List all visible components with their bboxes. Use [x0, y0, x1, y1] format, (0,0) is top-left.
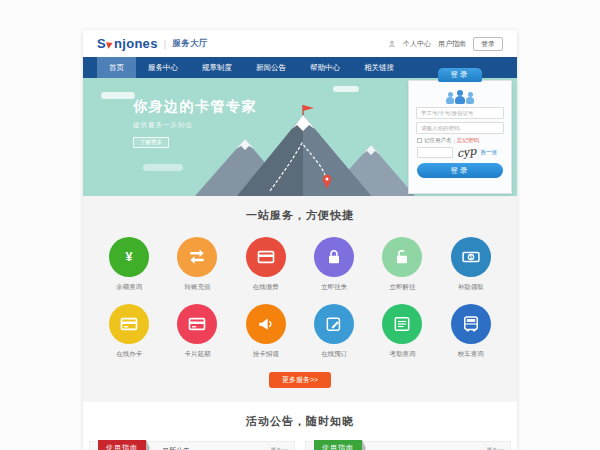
personal-center-link[interactable]: 个人中心 — [403, 39, 431, 49]
service-lost-found[interactable]: 拾卡招领 — [232, 304, 300, 359]
services-title: 一站服务，方便快捷 — [95, 208, 505, 223]
usage-guide-ribbon[interactable]: 使用指南 — [98, 440, 146, 450]
banknote-icon: $ — [451, 237, 491, 277]
nav-item-help-center[interactable]: 帮助中心 — [298, 57, 352, 78]
service-pay-online[interactable]: 在线缴费 — [232, 237, 300, 292]
announcement-panel-right: 使用指南 更多>> — [305, 441, 511, 450]
service-label: 转账充值 — [184, 283, 210, 292]
users-group-icon — [409, 88, 511, 104]
options-separator: | — [454, 138, 455, 144]
captcha-input[interactable] — [417, 147, 453, 158]
bus-icon — [451, 304, 491, 344]
account-input[interactable] — [416, 107, 504, 119]
cloud-decoration — [101, 92, 135, 99]
service-transfer[interactable]: 转账充值 — [163, 237, 231, 292]
announcement-panel-left: 使用指南 最新公告 更多>> — [89, 441, 295, 450]
services-section: 一站服务，方便快捷 ¥ 余额查询 转账充值 在线缴费 — [83, 196, 517, 402]
megaphone-icon — [246, 304, 286, 344]
service-card-extension[interactable]: 卡片延期 — [163, 304, 231, 359]
header-actions: 个人中心 用户指南 登录 — [388, 37, 503, 51]
logo-divider: | — [164, 39, 167, 49]
hero-subtitle: 提供服务一步到位 — [133, 121, 257, 130]
service-label: 卡片延期 — [184, 350, 210, 359]
svg-text:¥: ¥ — [126, 250, 133, 264]
service-attendance[interactable]: 考勤查询 — [368, 304, 436, 359]
usage-guide-ribbon[interactable]: 使用指南 — [314, 440, 362, 450]
top-header: S njones | 服务大厅 个人中心 用户指南 登录 — [83, 30, 517, 57]
service-balance[interactable]: ¥ 余额查询 — [95, 237, 163, 292]
panel-strip: 使用指南 最新公告 更多>> — [89, 441, 295, 450]
more-link[interactable]: 更多>> — [271, 442, 288, 450]
page-container: S njones | 服务大厅 个人中心 用户指南 登录 首页 服务中心 规章制… — [83, 30, 517, 450]
cloud-decoration — [333, 86, 359, 92]
lock-icon — [314, 237, 354, 277]
hero-text-block: 你身边的卡管专家 提供服务一步到位 了解更多 — [133, 98, 257, 148]
logo[interactable]: S njones | 服务大厅 — [97, 36, 208, 51]
site-subtitle: 服务大厅 — [172, 38, 207, 50]
nav-item-rules[interactable]: 规章制度 — [190, 57, 244, 78]
nav-item-service-center[interactable]: 服务中心 — [136, 57, 190, 78]
login-tab[interactable]: 登录 — [438, 68, 482, 82]
forgot-password-link[interactable]: 忘记密码 — [457, 137, 479, 144]
service-unfreeze[interactable]: 立即解挂 — [368, 237, 436, 292]
credit-card-icon — [109, 304, 149, 344]
credit-card-icon — [246, 237, 286, 277]
service-label: 拾卡招领 — [253, 350, 279, 359]
service-label: 立即挂失 — [321, 283, 347, 292]
captcha-row: cyp 换一张 — [417, 147, 503, 158]
service-subsidy[interactable]: $ 补助领取 — [437, 237, 505, 292]
transfer-arrows-icon — [177, 237, 217, 277]
service-label: 立即解挂 — [389, 283, 415, 292]
more-services-button[interactable]: 更多服务>> — [269, 372, 331, 388]
user-icon — [388, 40, 396, 48]
captcha-image: cyp — [456, 146, 477, 159]
service-label: 余额查询 — [116, 283, 142, 292]
remember-label: 记住用户名 — [424, 137, 452, 144]
nav-item-home[interactable]: 首页 — [97, 57, 136, 78]
service-label: 考勤查询 — [389, 350, 415, 359]
svg-text:$: $ — [469, 254, 472, 260]
services-grid: ¥ 余额查询 转账充值 在线缴费 立即挂失 — [95, 237, 505, 359]
hero-banner: 你身边的卡管专家 提供服务一步到位 了解更多 登录 — [83, 78, 517, 196]
service-label: 在线预订 — [321, 350, 347, 359]
service-label: 在线缴费 — [253, 283, 279, 292]
captcha-refresh-link[interactable]: 换一张 — [480, 149, 497, 156]
announcements-section: 活动公告，随时知晓 使用指南 最新公告 更多>> 使用指南 更多>> — [83, 402, 517, 450]
list-icon — [382, 304, 422, 344]
yuan-icon: ¥ — [109, 237, 149, 277]
service-label: 校车查询 — [458, 350, 484, 359]
edit-icon — [314, 304, 354, 344]
service-label: 在线办卡 — [116, 350, 142, 359]
login-options-row: 记住用户名 | 忘记密码 — [417, 137, 503, 144]
announcements-title: 活动公告，随时知晓 — [89, 414, 511, 429]
service-apply-card[interactable]: 在线办卡 — [95, 304, 163, 359]
service-online-booking[interactable]: 在线预订 — [300, 304, 368, 359]
login-submit-button[interactable]: 登录 — [417, 163, 503, 178]
logo-text-part1: S — [97, 36, 106, 51]
announcement-panels: 使用指南 最新公告 更多>> 使用指南 更多>> — [89, 441, 511, 450]
hero-title: 你身边的卡管专家 — [133, 98, 257, 116]
hero-cta-button[interactable]: 了解更多 — [133, 137, 169, 148]
remember-checkbox[interactable] — [417, 138, 422, 143]
panel-strip: 使用指南 更多>> — [305, 441, 511, 450]
nav-item-news[interactable]: 新闻公告 — [244, 57, 298, 78]
latest-news-tab[interactable]: 最新公告 — [162, 442, 190, 450]
service-label: 补助领取 — [458, 283, 484, 292]
logo-arrow-icon — [106, 40, 114, 49]
nav-item-links[interactable]: 相关链接 — [352, 57, 406, 78]
logo-text-part2: njones — [114, 36, 158, 51]
service-school-bus[interactable]: 校车查询 — [437, 304, 505, 359]
service-report-loss[interactable]: 立即挂失 — [300, 237, 368, 292]
unlock-icon — [382, 237, 422, 277]
user-guide-link[interactable]: 用户指南 — [438, 39, 466, 49]
password-input[interactable] — [416, 122, 504, 134]
more-link[interactable]: 更多>> — [487, 442, 504, 450]
login-panel: 登录 记住用户名 | 忘记密码 cyp 换一张 登录 — [408, 80, 512, 194]
credit-card-icon — [177, 304, 217, 344]
header-login-button[interactable]: 登录 — [473, 37, 503, 51]
